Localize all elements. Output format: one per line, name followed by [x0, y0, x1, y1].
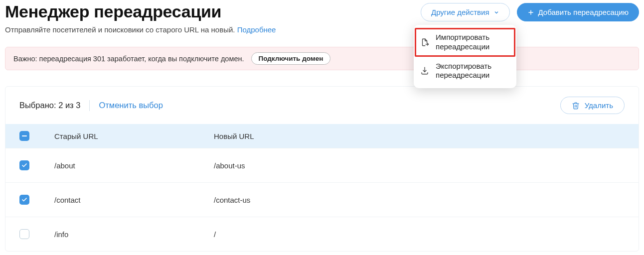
- minus-icon: [22, 135, 27, 137]
- old-url-cell: /about: [54, 161, 214, 170]
- connect-domain-button[interactable]: Подключить домен: [251, 52, 331, 65]
- new-url-cell: /contact-us: [214, 196, 625, 204]
- chevron-down-icon: [493, 9, 499, 15]
- subtitle-text: Отправляйте посетителей и поисковики со …: [5, 25, 237, 34]
- table-header: Старый URL Новый URL: [5, 124, 639, 148]
- trash-icon: [572, 102, 580, 110]
- col-new-url: Новый URL: [214, 132, 625, 140]
- page-subtitle: Отправляйте посетителей и поисковики со …: [5, 25, 639, 34]
- add-redirect-label: Добавить переадресацию: [538, 8, 629, 16]
- add-redirect-button[interactable]: Добавить переадресацию: [517, 3, 639, 21]
- select-all-checkbox[interactable]: [19, 131, 29, 141]
- more-actions-label: Другие действия: [431, 8, 489, 16]
- plus-icon: [527, 9, 534, 16]
- old-url-cell: /info: [54, 230, 214, 239]
- delete-label: Удалить: [585, 101, 613, 110]
- redirects-panel: Выбрано: 2 из 3 Отменить выбор Удалить: [5, 86, 639, 252]
- alert-text: Важно: переадресация 301 заработает, ког…: [13, 55, 244, 63]
- new-url-cell: /: [214, 230, 625, 239]
- new-url-cell: /about-us: [214, 161, 625, 170]
- domain-alert: Важно: переадресация 301 заработает, ког…: [5, 47, 639, 70]
- row-checkbox[interactable]: [19, 229, 29, 239]
- col-old-url: Старый URL: [54, 132, 214, 140]
- export-icon: [420, 66, 430, 76]
- learn-more-link[interactable]: Подробнее: [237, 25, 276, 34]
- old-url-cell: /contact: [54, 196, 214, 204]
- more-actions-button[interactable]: Другие действия: [421, 3, 510, 21]
- page-title: Менеджер переадресации: [5, 2, 221, 21]
- import-icon: [420, 37, 430, 47]
- more-actions-dropdown: Импортировать переадресации Экспортирова…: [414, 25, 516, 88]
- delete-button[interactable]: Удалить: [560, 97, 625, 114]
- table-row[interactable]: /info /: [5, 217, 639, 251]
- selection-count: Выбрано: 2 из 3: [19, 101, 80, 110]
- table-row[interactable]: /about /about-us: [5, 148, 639, 182]
- check-icon: [21, 197, 27, 203]
- import-redirects-item[interactable]: Импортировать переадресации: [414, 28, 516, 57]
- row-checkbox[interactable]: [19, 160, 29, 170]
- export-redirects-label: Экспортировать переадресации: [436, 62, 509, 81]
- cancel-selection-link[interactable]: Отменить выбор: [99, 101, 162, 110]
- export-redirects-item[interactable]: Экспортировать переадресации: [414, 57, 516, 86]
- divider: [89, 100, 90, 111]
- check-icon: [21, 162, 27, 168]
- row-checkbox[interactable]: [19, 195, 29, 205]
- table-row[interactable]: /contact /contact-us: [5, 182, 639, 217]
- import-redirects-label: Импортировать переадресации: [436, 33, 509, 52]
